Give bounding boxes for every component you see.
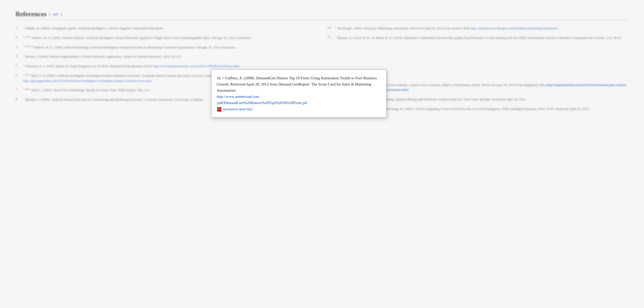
- list-item: 2. ^ a b c Tedesco, B. G. (1992). Neural…: [15, 35, 317, 40]
- pdf-icon: PDF: [217, 107, 221, 112]
- popup-url-line1[interactable]: http://www.amberroad.com: [217, 93, 380, 100]
- list-item: 1. ^ Whitby, B. (2003). A beginner's gui…: [15, 25, 317, 31]
- page-content: References [edit] 1. ^ Whitby, B. (2003)…: [0, 0, 644, 308]
- list-item: 14. ^ TechTarget. (2004, February). Mark…: [327, 25, 629, 31]
- list-item: 5. ^ Schwartz, E. I. (1992, March 2). Sm…: [15, 63, 317, 69]
- popup-arrow-link[interactable]: ^: [223, 76, 224, 80]
- reference-popup: 16. ^ Gaffney, A. (2008). DemandGen Hono…: [211, 70, 386, 117]
- popup-dead-link-area: PDF [permanent dead link]: [217, 107, 252, 111]
- references-title-text: References: [15, 10, 47, 18]
- references-background: References [edit] 1. ^ Whitby, B. (2003)…: [0, 0, 644, 308]
- popup-retrieval: Retrieved April 20, 2012 from Demand Gen…: [217, 82, 371, 92]
- popup-ref-number: 16.: [217, 76, 222, 80]
- list-item: 4. ^ Bloom, J. (2005). Market Segmentati…: [15, 53, 317, 59]
- popup-content: 16. ^ Gaffney, A. (2008). DemandGen Hono…: [217, 75, 380, 112]
- edit-link[interactable]: edit: [53, 12, 58, 16]
- edit-bracket-close: ]: [61, 12, 62, 16]
- popup-url-line2[interactable]: /pdf/DemandGen%20Honors%20Top%2010%20Fir…: [217, 100, 380, 106]
- dead-link[interactable]: permanent dead link: [224, 107, 251, 111]
- dead-link-bracket-close: ]: [251, 107, 252, 111]
- edit-bracket-open: [: [49, 12, 50, 16]
- list-item: 3. ^ a b c d Tedesco, B. G. (1992). Neur…: [15, 44, 317, 50]
- references-heading: References [edit]: [15, 10, 629, 20]
- popup-author-text: Gaffney, A. (2008).: [225, 76, 255, 80]
- list-item: 15. ^ Sharma, S., Goyal, R. K., & Mittal…: [327, 35, 629, 40]
